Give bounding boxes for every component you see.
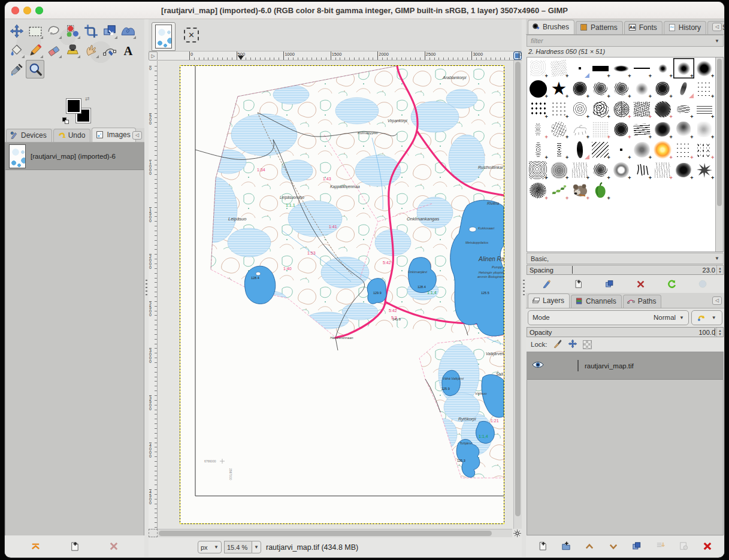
vertical-scrollbar[interactable] <box>513 60 522 529</box>
brush-swatch-smear[interactable] <box>673 78 694 99</box>
brush-swatch-sketch[interactable]: + <box>569 119 590 140</box>
brush-swatch-specks-bold[interactable]: + <box>528 99 549 119</box>
brush-swatch-tinydot[interactable] <box>569 58 590 78</box>
brush-swatch-soft-s[interactable]: + <box>652 58 673 78</box>
brush-swatch-disc[interactable]: + <box>528 78 549 99</box>
brush-swatch-noise-soft[interactable]: + <box>549 160 570 180</box>
layer-visibility-eye-icon[interactable] <box>532 361 544 371</box>
brush-swatch-soft-blob[interactable]: + <box>631 140 652 160</box>
ruler-origin-button[interactable]: ▷ <box>149 52 158 60</box>
panel-menu-button[interactable]: ◁ <box>712 23 722 31</box>
new-layer-button[interactable] <box>535 539 550 553</box>
brush-filter-input[interactable]: filter ▼ <box>527 35 724 47</box>
duplicate-layer-button[interactable] <box>629 539 645 553</box>
chevron-down-icon[interactable]: ▼ <box>252 541 261 553</box>
dock-resize-handle-left[interactable] <box>144 19 149 557</box>
brush-swatch-noise-fine[interactable]: + <box>590 119 611 140</box>
opacity-spinner[interactable]: ▲▼ <box>716 328 723 337</box>
new-brush-button[interactable] <box>571 277 586 291</box>
tab-fonts[interactable]: AaFonts <box>624 21 663 34</box>
unit-dropdown[interactable]: px▼ <box>198 541 222 553</box>
brush-swatch-ellipse[interactable]: + <box>611 58 632 78</box>
crop-tool-button[interactable] <box>81 22 100 40</box>
pencil-tool-button[interactable] <box>26 41 44 59</box>
brush-swatch-wisp-sm[interactable]: + <box>528 119 549 140</box>
brush-swatch-tinydot[interactable]: + <box>611 140 632 160</box>
brush-swatch-smear-sm[interactable]: + <box>673 99 694 119</box>
brush-swatch-blot-v[interactable] <box>569 140 590 160</box>
zoom-level-combo[interactable]: 15.4 % ▼ <box>224 541 261 553</box>
brush-preset-dropdown[interactable]: Basic,▼ <box>527 253 724 264</box>
image-list-item[interactable]: [rautjarvi_map] (imported)-6 <box>5 143 144 170</box>
lock-position-toggle[interactable] <box>568 339 577 350</box>
tab-patterns[interactable]: Patterns <box>576 21 623 34</box>
edit-brush-button[interactable] <box>540 277 555 291</box>
raise-layer-button[interactable] <box>582 539 597 553</box>
horizontal-ruler[interactable]: 0500100015002000250030003500 <box>158 52 522 60</box>
brush-swatch-splat-dark[interactable]: + <box>652 78 673 99</box>
brush-swatch-spray[interactable]: + <box>694 140 715 160</box>
brush-swatch-wisp[interactable]: + <box>694 119 715 140</box>
spacing-spinner[interactable]: ▲▼ <box>716 265 723 274</box>
brush-swatch-soft-l[interactable]: + <box>694 58 715 78</box>
lock-alpha-toggle[interactable] <box>583 340 592 349</box>
brush-swatch-ring-blot[interactable]: + <box>611 160 632 180</box>
brush-swatch-ring-noise[interactable]: + <box>569 99 590 119</box>
brush-swatch-disc-texture[interactable]: + <box>652 99 673 119</box>
brush-swatch-scratches[interactable]: + <box>549 119 570 140</box>
brush-swatch-smear-v[interactable]: + <box>528 140 549 160</box>
brush-swatch-figures[interactable]: + <box>569 160 590 180</box>
brush-swatch-hline[interactable]: + <box>631 58 652 78</box>
delete-brush-button[interactable] <box>633 277 648 291</box>
bucket-fill-tool-button[interactable] <box>7 41 26 59</box>
duplicate-brush-button[interactable] <box>602 277 618 291</box>
brush-swatch-star[interactable]: ★+ <box>549 78 570 99</box>
brush-swatch-vine[interactable]: + <box>549 180 570 201</box>
opacity-slider[interactable]: Opacity 100.0 ▲▼ <box>527 327 724 337</box>
brush-swatch-pepper[interactable]: + <box>590 180 611 201</box>
brush-swatch-splat[interactable]: + <box>590 160 611 180</box>
brush-swatch-diag-lines[interactable]: + <box>590 140 611 160</box>
dashed-close-icon[interactable]: ✕ <box>184 28 199 43</box>
brush-swatch-splat[interactable]: + <box>611 78 632 99</box>
warp-transform-tool-button[interactable] <box>119 22 137 40</box>
layer-row[interactable]: rautjarvi_map.tif <box>527 352 723 380</box>
lock-pixels-toggle[interactable] <box>553 339 562 350</box>
brush-swatch-dots-grid[interactable]: + <box>549 99 570 119</box>
brush-swatch-splat-dark[interactable]: + <box>569 78 590 99</box>
delete-layer-button[interactable] <box>700 539 715 553</box>
tab-devices[interactable]: Devices <box>6 129 52 142</box>
clone-tool-button[interactable] <box>63 41 81 59</box>
brush-swatch-streaks[interactable]: + <box>694 99 715 119</box>
brush-swatch-figures[interactable]: + <box>652 160 673 180</box>
minimize-window-button[interactable] <box>23 7 31 14</box>
layer-mode-dropdown[interactable]: Mode Normal ▼ <box>528 310 689 325</box>
layer-mode-switch-button[interactable]: ▼ <box>691 310 722 325</box>
brush-swatch-scratch[interactable]: + <box>549 58 570 78</box>
spacing-slider[interactable]: Spacing 23.0 ▲▼ <box>527 265 724 275</box>
zoom-value[interactable]: 15.4 % <box>224 541 252 553</box>
panel-menu-button[interactable]: ◁ <box>132 131 142 140</box>
brush-swatch-faint[interactable]: + <box>528 58 549 78</box>
new-group-button[interactable] <box>558 539 574 553</box>
text-tool-button[interactable]: A <box>119 41 137 59</box>
quick-mask-toggle[interactable] <box>149 529 158 537</box>
eraser-tool-button[interactable] <box>44 41 63 59</box>
panel-menu-button[interactable]: ◁ <box>712 296 722 305</box>
brush-swatch-figures-dark[interactable]: + <box>631 160 652 180</box>
tab-paths[interactable]: Paths <box>623 295 662 308</box>
horizontal-scrollbar[interactable] <box>158 529 512 537</box>
unified-transform-tool-button[interactable] <box>100 22 119 40</box>
zoom-window-button[interactable] <box>35 7 43 14</box>
image-canvas[interactable]: ArablankorpiVirpankorpiKulmapyykkiRustho… <box>180 66 504 523</box>
free-select-tool-button[interactable] <box>44 22 63 40</box>
brush-swatch-splat-heavy[interactable]: + <box>652 119 673 140</box>
brush-swatch-smoke[interactable]: + <box>673 119 694 140</box>
foreground-color-swatch[interactable] <box>66 98 81 114</box>
paths-tool-button[interactable] <box>100 41 119 59</box>
brush-swatch-hlines[interactable]: + <box>631 119 652 140</box>
new-image-button[interactable] <box>66 539 82 553</box>
brush-swatch-noise[interactable]: + <box>611 99 632 119</box>
tab-brushes[interactable]: Brushes <box>528 20 574 34</box>
default-colors-icon[interactable] <box>62 117 69 124</box>
